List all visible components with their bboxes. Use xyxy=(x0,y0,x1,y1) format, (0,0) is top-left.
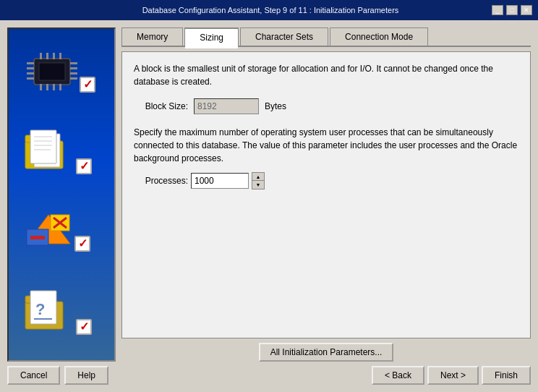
svg-rect-9 xyxy=(70,77,77,80)
back-button[interactable]: < Back xyxy=(372,366,424,385)
maximize-button[interactable]: □ xyxy=(506,5,518,15)
chip-icon-item: ✓ xyxy=(12,53,111,93)
svg-rect-5 xyxy=(27,77,34,80)
svg-rect-15 xyxy=(46,84,48,90)
minimize-button[interactable]: _ xyxy=(492,5,503,15)
block-size-unit: Bytes xyxy=(265,101,286,111)
shapes-check-badge: ✓ xyxy=(74,236,90,252)
folder-icon-item-2: ? ✓ xyxy=(12,287,111,336)
help-button[interactable]: Help xyxy=(64,366,108,385)
svg-rect-6 xyxy=(70,62,77,64)
svg-rect-4 xyxy=(27,72,34,74)
right-buttons: < Back Next > Finish xyxy=(372,366,531,385)
spinner-up-button[interactable]: ▲ xyxy=(252,173,264,181)
svg-rect-11 xyxy=(46,53,48,59)
svg-rect-17 xyxy=(59,84,61,90)
content-area: ✓ xyxy=(7,27,531,362)
chip-svg-icon xyxy=(23,53,81,90)
svg-rect-7 xyxy=(70,67,77,69)
svg-rect-3 xyxy=(27,67,34,69)
close-button[interactable]: ✕ xyxy=(521,5,532,15)
block-size-input[interactable] xyxy=(194,98,259,114)
processes-description: Specify the maximum number of operating … xyxy=(134,126,518,165)
illustration-panel: ✓ xyxy=(7,27,116,362)
check-icon: ✓ xyxy=(78,238,87,250)
processes-spinner: ▲ ▼ xyxy=(252,172,265,189)
block-size-label: Block Size: xyxy=(141,101,188,111)
tab-memory[interactable]: Memory xyxy=(121,27,183,46)
shapes-icon-item: ✓ xyxy=(12,209,111,253)
title-bar: Database Configuration Assistant, Step 9… xyxy=(0,0,538,20)
bottom-bar: Cancel Help < Back Next > Finish xyxy=(7,362,531,385)
svg-rect-14 xyxy=(40,84,42,90)
svg-rect-25 xyxy=(30,130,56,163)
window-controls: _ □ ✕ xyxy=(492,5,532,15)
panel-content: A block is the smallest unit of storage … xyxy=(121,51,531,338)
processes-row: Processes: ▲ ▼ xyxy=(141,172,518,189)
init-params-container: All Initialization Parameters... xyxy=(121,343,531,362)
svg-rect-8 xyxy=(70,72,77,74)
svg-rect-2 xyxy=(27,62,34,64)
svg-text:?: ? xyxy=(35,300,45,318)
right-panel: Memory Sizing Character Sets Connection … xyxy=(121,27,531,362)
folder1-check-badge: ✓ xyxy=(76,158,92,174)
cancel-button[interactable]: Cancel xyxy=(7,366,60,385)
folder-docs-svg-2: ? xyxy=(20,287,81,334)
block-size-row: Block Size: Bytes xyxy=(141,98,518,114)
folder2-check-badge: ✓ xyxy=(76,319,92,335)
check-icon: ✓ xyxy=(83,79,93,90)
svg-rect-10 xyxy=(40,53,42,59)
check-icon: ✓ xyxy=(80,321,89,333)
tab-sizing[interactable]: Sizing xyxy=(184,27,239,47)
processes-input[interactable] xyxy=(191,173,249,189)
tab-character-sets[interactable]: Character Sets xyxy=(240,27,328,46)
folder-icon-item-1: ✓ xyxy=(12,127,111,176)
finish-button[interactable]: Finish xyxy=(482,366,531,385)
processes-label: Processes: xyxy=(141,176,188,186)
svg-rect-13 xyxy=(59,53,61,59)
folder-docs-svg-1 xyxy=(20,127,81,174)
chip-check-badge: ✓ xyxy=(80,77,95,93)
block-size-description: A block is the smallest unit of storage … xyxy=(134,62,518,88)
svg-rect-16 xyxy=(53,84,55,90)
all-init-params-button[interactable]: All Initialization Parameters... xyxy=(259,343,394,362)
shapes-svg-icon xyxy=(23,209,77,251)
check-icon: ✓ xyxy=(80,161,89,172)
svg-rect-1 xyxy=(39,63,65,80)
tab-connection-mode[interactable]: Connection Mode xyxy=(330,27,428,46)
main-container: ✓ xyxy=(0,20,538,392)
left-buttons: Cancel Help xyxy=(7,366,108,385)
svg-rect-12 xyxy=(53,53,55,59)
spinner-down-button[interactable]: ▼ xyxy=(252,181,264,189)
svg-rect-32 xyxy=(30,236,45,239)
window-title: Database Configuration Assistant, Step 9… xyxy=(49,6,492,14)
next-button[interactable]: Next > xyxy=(427,366,479,385)
tabs-container: Memory Sizing Character Sets Connection … xyxy=(121,27,531,47)
